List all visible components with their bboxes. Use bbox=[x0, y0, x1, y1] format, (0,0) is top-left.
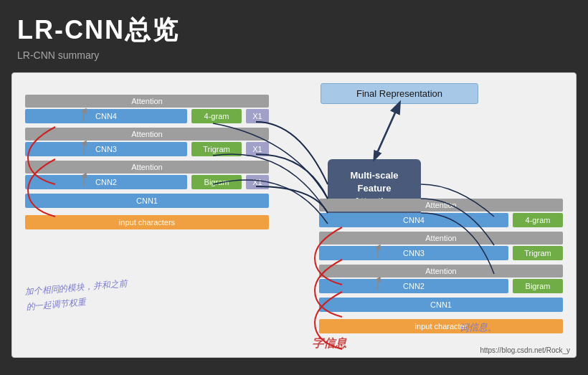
right-input: input character bbox=[319, 319, 563, 333]
svg-line-4 bbox=[374, 103, 399, 159]
final-repr-box: Final Representation bbox=[321, 83, 478, 104]
left-gram4: 4-gram bbox=[191, 109, 242, 123]
right-cnn3: CNN3 bbox=[319, 246, 508, 260]
right-attn2: Attention bbox=[319, 265, 563, 277]
header: LR-CNN总览 LR-CNN summary bbox=[0, 0, 588, 67]
left-panel: Attention CNN4 4-gram X1 Attention CNN3 … bbox=[25, 95, 269, 229]
right-cnn4: CNN4 bbox=[319, 213, 508, 227]
left-annotation: 加个相同的模块，并和之前 的一起调节权重 bbox=[24, 276, 129, 315]
right-attn4: Attention bbox=[319, 199, 563, 212]
left-level3: Attention CNN3 Trigram X1 bbox=[25, 128, 269, 158]
left-x1-3: X1 bbox=[246, 142, 269, 156]
left-level1: CNN1 bbox=[25, 194, 269, 209]
left-level4: Attention CNN4 4-gram X1 bbox=[25, 95, 269, 125]
left-level2: Attention CNN2 Bigram X1 bbox=[25, 161, 269, 191]
page-title: LR-CNN总览 bbox=[17, 13, 571, 48]
right-gram2: Bigram bbox=[513, 279, 563, 293]
left-x1-4: X1 bbox=[246, 109, 269, 123]
right-gram3: Trigram bbox=[513, 246, 563, 260]
svg-line-10 bbox=[374, 103, 399, 159]
left-cnn3: CNN3 bbox=[25, 142, 187, 156]
char-info-label: 字信息 bbox=[312, 336, 346, 351]
right-cnn2: CNN2 bbox=[319, 279, 508, 293]
left-attn4: Attention bbox=[25, 95, 269, 108]
left-cnn2: CNN2 bbox=[25, 175, 187, 189]
right-cnn1: CNN1 bbox=[319, 298, 563, 312]
left-gram3: Trigram bbox=[191, 142, 242, 156]
right-gram4: 4-gram bbox=[513, 213, 563, 227]
page-subtitle: LR-CNN summary bbox=[17, 49, 571, 61]
left-x1-2: X1 bbox=[246, 175, 269, 189]
right-level1: CNN1 bbox=[319, 298, 563, 313]
left-attn3: Attention bbox=[25, 128, 269, 141]
right-panel: Attention CNN4 4-gram Attention CNN3 Tri… bbox=[319, 199, 563, 333]
right-level2: Attention CNN2 Bigram bbox=[319, 265, 563, 295]
left-attn2: Attention bbox=[25, 161, 269, 174]
right-level4: Attention CNN4 4-gram bbox=[319, 199, 563, 229]
left-cnn1: CNN1 bbox=[25, 194, 269, 208]
right-level3: Attention CNN3 Trigram bbox=[319, 232, 563, 262]
final-repr-label: Final Representation bbox=[356, 88, 442, 99]
left-cnn4: CNN4 bbox=[25, 109, 187, 123]
left-gram2: Bigram bbox=[191, 175, 242, 189]
left-input: input characters bbox=[25, 215, 269, 229]
url-label: https://blog.csdn.net/Rock_y bbox=[480, 346, 570, 354]
right-attn3: Attention bbox=[319, 232, 563, 245]
diagram-area: Final Representation Multi-scaleFeatureA… bbox=[11, 72, 577, 358]
